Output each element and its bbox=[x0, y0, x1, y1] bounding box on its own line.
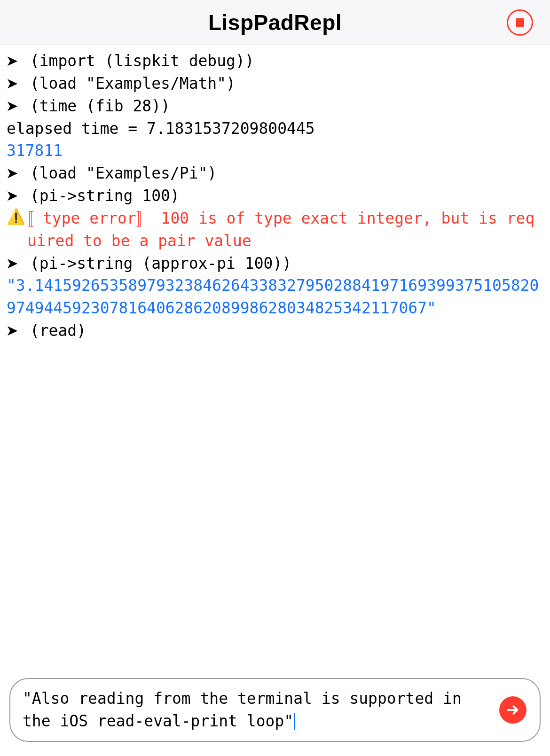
stop-button[interactable] bbox=[507, 9, 533, 36]
prompt-arrow-icon: ➤ bbox=[7, 254, 21, 273]
prompt-arrow-icon: ➤ bbox=[7, 74, 21, 94]
prompt-text: (pi->string 100) bbox=[21, 185, 543, 207]
stop-icon bbox=[516, 18, 524, 27]
repl-prompt-line: ➤ (pi->string 100) bbox=[7, 185, 543, 207]
prompt-arrow-icon: ➤ bbox=[7, 187, 21, 206]
prompt-text: (time (fib 28)) bbox=[21, 95, 543, 117]
repl-input[interactable]: "Also reading from the terminal is suppo… bbox=[23, 687, 492, 733]
repl-prompt-line: ➤ (pi->string (approx-pi 100)) bbox=[7, 252, 543, 275]
page-title: LispPadRepl bbox=[208, 10, 342, 35]
prompt-arrow-icon: ➤ bbox=[7, 164, 21, 183]
prompt-arrow-icon: ➤ bbox=[7, 97, 21, 116]
repl-result-line: 317811 bbox=[7, 140, 543, 162]
repl-prompt-line: ➤ (load "Examples/Pi") bbox=[7, 162, 543, 185]
repl-stdout-line: elapsed time = 7.1831537209800445 bbox=[7, 117, 543, 140]
repl-prompt-line: ➤ (read) bbox=[7, 320, 543, 342]
prompt-text: (load "Examples/Pi") bbox=[21, 162, 543, 185]
repl-error-line: ⚠️〚type error〛 100 is of type exact inte… bbox=[7, 207, 543, 252]
prompt-text: (read) bbox=[21, 320, 543, 342]
input-bar: "Also reading from the terminal is suppo… bbox=[9, 678, 541, 742]
repl-output[interactable]: ➤ (import (lispkit debug))➤ (load "Examp… bbox=[0, 45, 550, 342]
prompt-arrow-icon: ➤ bbox=[7, 321, 21, 341]
warning-icon: ⚠️ bbox=[7, 207, 27, 227]
arrow-right-icon bbox=[505, 702, 520, 717]
prompt-text: (import (lispkit debug)) bbox=[21, 50, 543, 72]
repl-prompt-line: ➤ (time (fib 28)) bbox=[7, 95, 543, 117]
prompt-text: (pi->string (approx-pi 100)) bbox=[21, 252, 543, 275]
text-cursor bbox=[294, 713, 295, 730]
repl-prompt-line: ➤ (import (lispkit debug)) bbox=[7, 50, 543, 72]
prompt-arrow-icon: ➤ bbox=[7, 52, 21, 71]
repl-input-text: "Also reading from the terminal is suppo… bbox=[23, 689, 471, 730]
header-bar: LispPadRepl bbox=[0, 0, 550, 45]
repl-prompt-line: ➤ (load "Examples/Math") bbox=[7, 72, 543, 95]
send-button[interactable] bbox=[499, 696, 526, 724]
prompt-text: (load "Examples/Math") bbox=[21, 72, 543, 95]
error-text: 〚type error〛 100 is of type exact intege… bbox=[27, 207, 543, 252]
repl-result-line: "3.1415926535897932384626433832795028841… bbox=[7, 274, 543, 320]
